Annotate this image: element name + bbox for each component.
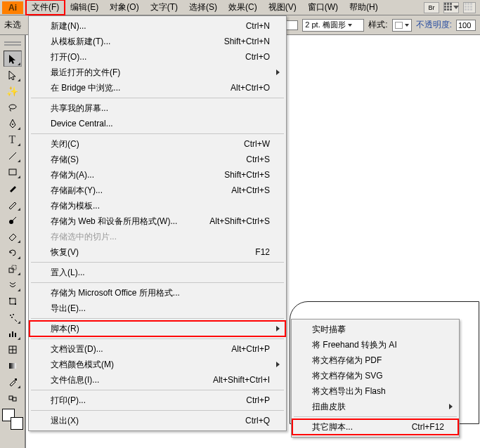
menu-document-color-mode[interactable]: 文档颜色模式(M) [30, 357, 285, 372]
script-live-trace[interactable]: 实时描摹 [292, 322, 458, 337]
symbol-sprayer-tool[interactable] [4, 309, 22, 325]
stroke-swatch[interactable] [11, 417, 23, 430]
chevron-right-icon [276, 326, 280, 331]
menu-new-from-template[interactable]: 从模板新建(T)...Shift+Ctrl+N [30, 34, 285, 49]
menu-place[interactable]: 置入(L)... [30, 265, 285, 280]
menu-open-recent[interactable]: 最近打开的文件(F) [30, 65, 285, 80]
opacity-input[interactable] [456, 20, 476, 31]
bridge-button[interactable]: Br [424, 2, 439, 13]
menu-save-for-ms-office[interactable]: 存储为 Microsoft Office 所用格式... [30, 285, 285, 301]
script-export-flash[interactable]: 将文档导出为 Flash [292, 383, 458, 399]
svg-rect-15 [15, 333, 16, 337]
menu-open[interactable]: 打开(O)...Ctrl+O [30, 49, 285, 65]
menu-separator [294, 416, 457, 417]
line-tool[interactable] [4, 147, 22, 164]
chevron-down-icon [453, 6, 459, 9]
screen-mode-button[interactable] [463, 2, 476, 13]
svg-point-11 [13, 314, 14, 315]
menu-separator [31, 410, 284, 411]
menu-share-screen[interactable]: 共享我的屏幕... [30, 100, 285, 116]
menu-save-selected-slices: 存储选中的切片... [30, 229, 285, 244]
menu-save-for-web[interactable]: 存储为 Web 和设备所用格式(W)...Alt+Shift+Ctrl+S [30, 213, 285, 229]
svg-point-1 [12, 124, 13, 125]
script-freehand-to-ai[interactable]: 将 Freehand 转换为 AI [292, 337, 458, 353]
menu-document-setup[interactable]: 文档设置(D)...Alt+Ctrl+P [30, 341, 285, 357]
menu-exit[interactable]: 退出(X)Ctrl+Q [30, 413, 285, 428]
menu-save-template[interactable]: 存储为模板... [30, 198, 285, 213]
menu-effect[interactable]: 效果(C) [223, 0, 263, 15]
menu-view[interactable]: 视图(V) [263, 0, 302, 15]
menu-window[interactable]: 窗口(W) [302, 0, 344, 15]
stroke-swatch[interactable] [285, 20, 298, 30]
menu-print[interactable]: 打印(P)...Ctrl+P [30, 393, 285, 408]
svg-line-2 [9, 152, 16, 159]
menu-save[interactable]: 存储(S)Ctrl+S [30, 152, 285, 167]
script-save-as-pdf[interactable]: 将文档存储为 PDF [292, 353, 458, 368]
svg-rect-19 [9, 363, 16, 369]
scale-tool[interactable] [4, 261, 22, 277]
app-icon: Ai [2, 1, 23, 14]
svg-point-12 [11, 317, 13, 318]
menu-browse-bridge[interactable]: 在 Bridge 中浏览...Alt+Ctrl+O [30, 80, 285, 95]
menu-separator [31, 338, 284, 339]
color-swatches[interactable] [2, 409, 23, 430]
toolbox-grip[interactable] [2, 38, 23, 48]
rectangle-tool[interactable] [4, 164, 22, 180]
free-transform-tool[interactable] [4, 293, 22, 309]
menu-bar: Ai 文件(F) 编辑(E) 对象(O) 文字(T) 选择(S) 效果(C) 视… [0, 0, 480, 15]
menu-separator [31, 133, 284, 134]
svg-rect-6 [12, 265, 16, 270]
menu-help[interactable]: 帮助(H) [344, 0, 384, 15]
svg-point-10 [10, 315, 11, 316]
menu-save-copy[interactable]: 存储副本(Y)...Alt+Ctrl+S [30, 183, 285, 198]
svg-rect-13 [9, 334, 11, 337]
svg-rect-20 [15, 378, 17, 381]
menu-edit[interactable]: 编辑(E) [65, 0, 104, 15]
warp-tool[interactable] [4, 277, 22, 293]
menu-scripts[interactable]: 脚本(R) [30, 321, 285, 336]
pen-tool[interactable] [4, 115, 22, 131]
script-save-as-svg[interactable]: 将文档存储为 SVG [292, 368, 458, 383]
paintbrush-tool[interactable] [4, 180, 22, 196]
script-other-scripts[interactable]: 其它脚本...Ctrl+F12 [292, 419, 458, 435]
lasso-tool[interactable] [4, 99, 22, 115]
menu-new[interactable]: 新建(N)...Ctrl+N [30, 18, 285, 34]
blend-tool[interactable] [4, 390, 22, 406]
blob-brush-tool[interactable] [4, 212, 22, 228]
direct-selection-tool[interactable] [4, 67, 22, 83]
menu-close[interactable]: 关闭(C)Ctrl+W [30, 136, 285, 152]
style-label: 样式: [368, 19, 387, 31]
rotate-tool[interactable] [4, 244, 22, 261]
chevron-down-icon [405, 24, 409, 27]
type-tool[interactable]: T [4, 131, 22, 147]
menu-separator [31, 390, 284, 390]
file-menu-dropdown: 新建(N)...Ctrl+N 从模板新建(T)...Shift+Ctrl+N 打… [28, 15, 287, 431]
toolbox: ✨ T [0, 35, 25, 448]
eraser-tool[interactable] [4, 228, 22, 244]
menu-export[interactable]: 导出(E)... [30, 301, 285, 316]
menu-save-as[interactable]: 存储为(A)...Shift+Ctrl+S [30, 167, 285, 183]
chevron-right-icon [276, 362, 280, 367]
menu-file[interactable]: 文件(F) [26, 0, 65, 15]
menu-device-central[interactable]: Device Central... [30, 116, 285, 131]
graph-tool[interactable] [4, 325, 22, 341]
magic-wand-tool[interactable]: ✨ [4, 83, 22, 99]
menu-select[interactable]: 选择(S) [183, 0, 223, 15]
mesh-tool[interactable] [4, 341, 22, 357]
menu-revert[interactable]: 恢复(V)F12 [30, 244, 285, 260]
arrange-button[interactable] [443, 2, 459, 13]
menu-file-info[interactable]: 文件信息(I)...Alt+Shift+Ctrl+I [30, 372, 285, 388]
script-warp-skin[interactable]: 扭曲皮肤 [292, 399, 458, 414]
menu-object[interactable]: 对象(O) [104, 0, 144, 15]
menu-type[interactable]: 文字(T) [145, 0, 183, 15]
stroke-profile-value: 2 pt. 椭圆形 [305, 20, 345, 30]
style-dropdown[interactable] [392, 19, 412, 32]
pencil-tool[interactable] [4, 196, 22, 212]
eyedropper-tool[interactable] [4, 374, 22, 390]
stroke-profile-dropdown[interactable]: 2 pt. 椭圆形 [302, 19, 364, 32]
scripts-submenu: 实时描摹 将 Freehand 转换为 AI 将文档存储为 PDF 将文档存储为… [291, 319, 460, 437]
gradient-tool[interactable] [4, 357, 22, 374]
svg-rect-7 [10, 298, 15, 304]
opacity-label[interactable]: 不透明度: [416, 19, 452, 31]
selection-tool[interactable] [4, 51, 22, 67]
